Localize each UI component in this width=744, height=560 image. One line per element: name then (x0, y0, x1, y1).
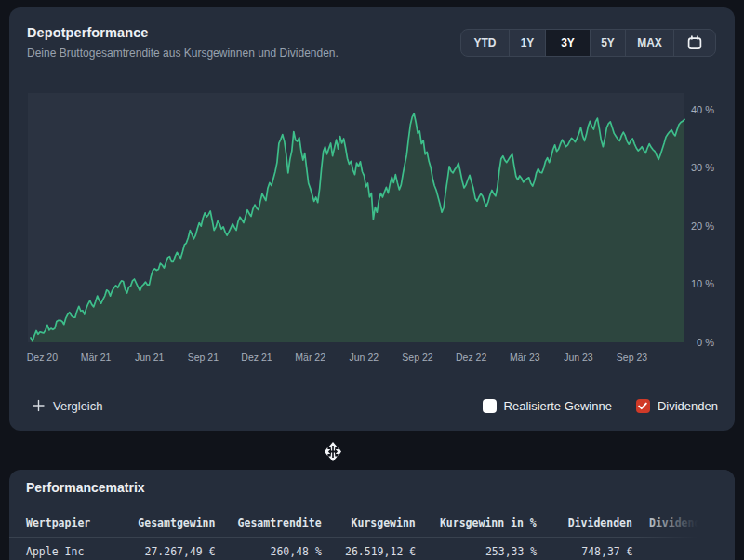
table-cell: 748,37 € (537, 545, 632, 558)
compare-button[interactable]: Vergleich (33, 399, 102, 413)
y-axis-label: 40 % (691, 104, 714, 115)
move-cursor-icon (325, 442, 341, 461)
realized-gains-label: Realisierte Gewinne (504, 399, 612, 413)
y-axis-label: 20 % (691, 220, 714, 232)
performance-chart[interactable]: 0 %10 %20 %30 %40 %Dez 20Mär 21Jun 21Sep… (9, 86, 735, 367)
plus-icon (33, 400, 45, 412)
toggle-realized-gains[interactable]: Realisierte Gewinne (483, 399, 612, 413)
performance-card-header: Depotperformance Deine Bruttogesamtrendi… (9, 7, 735, 73)
table-cell: 27.267,49 € (118, 545, 215, 558)
x-axis-label: Dez 22 (456, 352, 486, 363)
performance-card-footer: Vergleich Realisierte Gewinne Dividenden (9, 380, 735, 431)
x-axis-label: Jun 22 (350, 352, 379, 363)
check-icon (638, 402, 647, 410)
x-axis-label: Sep 21 (188, 352, 219, 363)
range-button-3y[interactable]: 3Y (546, 30, 591, 56)
column-header[interactable]: Dividenden (537, 516, 632, 529)
range-button-1y[interactable]: 1Y (510, 30, 546, 56)
page-title: Depotperformance (27, 25, 149, 40)
matrix-title: Performancematrix (26, 480, 145, 495)
range-button-max[interactable]: MAX (626, 30, 674, 56)
range-button-5y[interactable]: 5Y (591, 30, 626, 56)
y-axis-label: 0 % (697, 337, 714, 348)
x-axis-label: Mär 23 (510, 352, 540, 363)
x-axis-label: Dez 21 (241, 352, 272, 363)
column-header[interactable]: Kursgewinn (322, 516, 416, 529)
table-row[interactable]: Apple Inc27.267,49 €260,48 %26.519,12 €2… (9, 538, 735, 560)
table-header-row: WertpapierGesamtgewinnGesamtrenditeKursg… (9, 511, 735, 535)
depot-performance-card: Depotperformance Deine Bruttogesamtrendi… (9, 7, 735, 431)
table-cell: 260,48 % (216, 545, 322, 558)
column-header[interactable]: Dividenden in % (632, 516, 735, 529)
table-cell: Apple Inc (26, 545, 118, 558)
range-button-ytd[interactable]: YTD (461, 30, 510, 56)
x-axis-label: Sep 23 (617, 352, 647, 363)
table-cell: 253,33 % (416, 545, 537, 558)
x-axis-label: Dez 20 (27, 352, 58, 363)
y-axis-label: 10 % (691, 278, 714, 289)
table-cell: 26.519,12 € (322, 545, 416, 558)
column-header[interactable]: Wertpapier (26, 516, 118, 529)
x-axis-label: Jun 23 (564, 352, 593, 363)
x-axis-label: Mär 21 (81, 352, 112, 363)
x-axis-label: Mär 22 (295, 352, 326, 363)
performance-matrix-card: Performancematrix WertpapierGesamtgewinn… (9, 470, 735, 560)
performance-table: WertpapierGesamtgewinnGesamtrenditeKursg… (9, 511, 735, 560)
column-header[interactable]: Kursgewinn in % (416, 516, 537, 529)
realized-gains-checkbox[interactable] (483, 399, 497, 413)
x-axis-label: Jun 21 (135, 352, 165, 363)
dividends-checkbox[interactable] (636, 399, 650, 413)
column-header[interactable]: Gesamtrendite (215, 516, 321, 529)
range-selector: YTD1Y3Y5YMAX (460, 29, 716, 57)
calendar-button[interactable] (674, 30, 715, 56)
dividends-label: Dividenden (658, 399, 718, 413)
x-axis-label: Sep 22 (402, 352, 432, 363)
page-subtitle: Deine Bruttogesamtrendite aus Kursgewinn… (27, 47, 339, 60)
y-axis-label: 30 % (691, 162, 714, 173)
compare-label: Vergleich (53, 399, 102, 413)
calendar-icon (687, 35, 702, 50)
column-header[interactable]: Gesamtgewinn (118, 516, 215, 529)
toggle-dividends[interactable]: Dividenden (636, 399, 718, 413)
legend-toggles: Realisierte Gewinne Dividenden (483, 380, 718, 431)
